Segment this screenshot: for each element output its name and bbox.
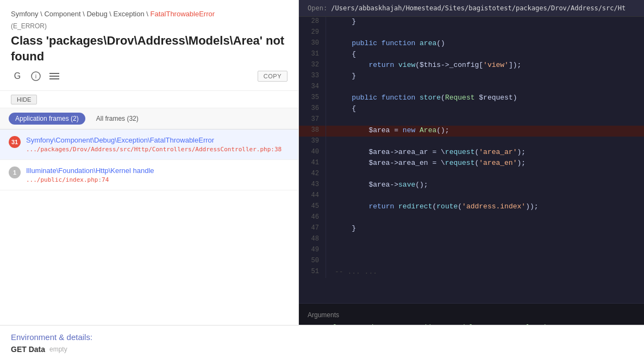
code-line: 45 return redirect(route('address.index'… [299, 202, 644, 213]
code-line: 33 } [299, 71, 644, 82]
code-line: 39 [299, 137, 644, 147]
svg-rect-2 [49, 73, 59, 74]
code-line: 41 $area->area_en = \request('area_en'); [299, 158, 644, 169]
frame-file: .../public/index.php:74 [26, 176, 290, 183]
code-line: 36 { [299, 104, 644, 115]
code-line: 49 [299, 245, 644, 256]
error-fatal-class: FatalThrowableError [151, 10, 215, 18]
code-line: 44 [299, 191, 644, 202]
right-panel: Open: /Users/abbaskhajah/Homestead/Sites… [299, 0, 644, 358]
stack-icon[interactable] [48, 70, 61, 83]
code-file-path: Open: /Users/abbaskhajah/Homestead/Sites… [299, 0, 644, 17]
frame-class: Illuminate\Foundation\Http\Kernel handle [26, 166, 290, 175]
tab-app-frames[interactable]: Application frames (2) [9, 113, 85, 125]
code-line: 51 -- ... ... [299, 267, 644, 278]
code-area: 28 } 29 30 public function area() 31 { 3… [299, 17, 644, 303]
file-path-value: /Users/abbaskhajah/Homestead/Sites/bagis… [331, 4, 626, 12]
code-line: 42 [299, 169, 644, 180]
code-line: 31 { [299, 50, 644, 60]
frame-content: Illuminate\Foundation\Http\Kernel handle… [26, 166, 290, 183]
code-line: 50 [299, 256, 644, 267]
frame-item[interactable]: 1 Illuminate\Foundation\Http\Kernel hand… [0, 160, 298, 190]
error-message: Class 'packages\Drov\Address\Models\Area… [11, 33, 287, 64]
code-line: 48 [299, 234, 644, 245]
code-line: 28 } [299, 17, 644, 28]
code-line: 40 $area->area_ar = \request('area_ar'); [299, 147, 644, 158]
code-line: 35 public function store(Request $reques… [299, 93, 644, 104]
error-breadcrumb-text: Symfony \ Component \ Debug \ Exception … [11, 10, 148, 18]
code-line: 46 [299, 213, 644, 224]
svg-text:i: i [35, 73, 36, 79]
frames-list: 31 Symfony\Component\Debug\Exception\Fat… [0, 129, 298, 358]
env-title: Environment & details: [11, 332, 633, 342]
svg-rect-4 [49, 78, 59, 79]
bottom-section: Environment & details: GET Data empty [0, 325, 644, 358]
left-panel: Symfony \ Component \ Debug \ Exception … [0, 0, 299, 358]
error-header: Symfony \ Component \ Debug \ Exception … [0, 0, 298, 91]
code-line: 29 [299, 28, 644, 39]
tab-all-frames[interactable]: All frames (32) [90, 113, 145, 125]
frame-number: 31 [9, 136, 21, 148]
code-line: 32 return view($this->_config['view']); [299, 60, 644, 71]
copy-button[interactable]: COPY [258, 71, 287, 82]
info-icon[interactable]: i [29, 70, 42, 83]
get-data-label: GET Data [11, 345, 45, 354]
frame-item[interactable]: 31 Symfony\Component\Debug\Exception\Fat… [0, 129, 298, 160]
hide-button[interactable]: HIDE [11, 95, 37, 104]
get-data-empty: empty [49, 345, 67, 353]
frames-tabs: Application frames (2) All frames (32) [0, 108, 298, 129]
file-path-label: Open: [308, 4, 327, 12]
hide-btn-row: HIDE [0, 91, 298, 108]
frame-class: Symfony\Component\Debug\Exception\FatalT… [26, 136, 290, 144]
code-line: 30 public function area() [299, 39, 644, 50]
code-line: 47 } [299, 224, 644, 234]
error-breadcrumb: Symfony \ Component \ Debug \ Exception … [11, 10, 287, 18]
code-line-highlighted: 38 $area = new Area(); [299, 126, 644, 137]
frame-file: .../packages/Drov/Address/src/Http/Contr… [26, 146, 290, 153]
code-line: 37 [299, 115, 644, 126]
frame-number: 1 [9, 166, 21, 178]
get-data-row: GET Data empty [11, 345, 633, 354]
svg-rect-3 [49, 76, 59, 77]
code-line: 34 [299, 82, 644, 93]
frame-line-marker: :38 [271, 146, 282, 153]
arguments-label: Arguments [308, 311, 635, 319]
error-icons-row: G i COPY [11, 70, 287, 83]
frame-content: Symfony\Component\Debug\Exception\FatalT… [26, 136, 290, 153]
google-icon[interactable]: G [11, 70, 24, 83]
error-subtype: (E_ERROR) [11, 22, 287, 30]
code-line: 43 $area->save(); [299, 180, 644, 191]
